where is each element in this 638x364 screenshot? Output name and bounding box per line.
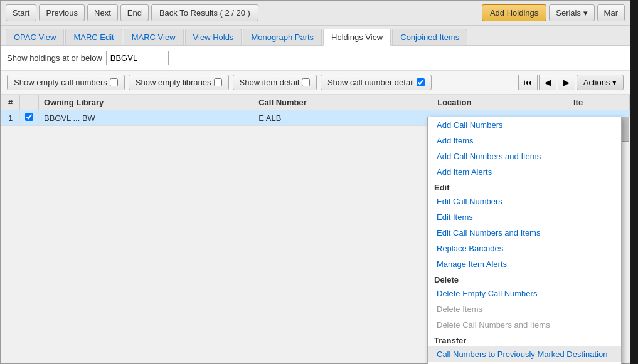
row-callnum-cell: E ALB: [253, 110, 432, 126]
menu-delete-empty-call-numbers[interactable]: Delete Empty Call Numbers: [428, 286, 621, 301]
tab-conjoined[interactable]: Conjoined Items: [392, 29, 467, 45]
previous-button[interactable]: Previous: [39, 4, 85, 21]
menu-section-delete: Delete: [428, 272, 621, 286]
menu-delete-items: Delete Items: [428, 301, 621, 317]
holdings-filter-input[interactable]: [106, 51, 169, 65]
show-item-detail-checkbox[interactable]: [302, 78, 310, 86]
menu-delete-call-numbers-items: Delete Call Numbers and Items: [428, 317, 621, 333]
row-library-cell: BBGVL ... BW: [39, 110, 253, 126]
next-button[interactable]: Next: [87, 4, 118, 21]
show-call-detail-checkbox[interactable]: [417, 78, 425, 86]
show-empty-lib-checkbox[interactable]: [214, 78, 222, 86]
col-owning-library: Owning Library: [39, 95, 253, 110]
row-num-cell: 1: [1, 110, 20, 126]
menu-add-items[interactable]: Add Items: [428, 133, 621, 148]
col-location: Location: [432, 95, 568, 110]
show-item-detail-btn[interactable]: Show item detail: [233, 75, 317, 90]
col-check: [20, 95, 39, 110]
holdings-filter-row: Show holdings at or below: [1, 46, 630, 71]
tab-marc-edit[interactable]: MARC Edit: [65, 29, 122, 45]
menu-edit-call-numbers-items[interactable]: Edit Call Numbers and Items: [428, 225, 621, 241]
tab-view-holds[interactable]: View Holds: [185, 29, 242, 45]
checkbox-row: Show empty call numbers Show empty libra…: [1, 71, 630, 95]
nav-next-button[interactable]: ▶: [558, 75, 575, 90]
tab-marc-view[interactable]: MARC View: [124, 29, 184, 45]
back-results-button[interactable]: Back To Results ( 2 / 20 ): [151, 4, 258, 21]
start-button[interactable]: Start: [6, 4, 36, 21]
menu-add-item-alerts[interactable]: Add Item Alerts: [428, 164, 621, 180]
actions-button[interactable]: Actions ▾: [577, 75, 624, 90]
tab-monograph[interactable]: Monograph Parts: [243, 29, 322, 45]
menu-section-transfer: Transfer: [428, 333, 621, 346]
menu-call-numbers-marked-dest[interactable]: Call Numbers to Previously Marked Destin…: [428, 346, 621, 362]
menu-add-call-numbers[interactable]: Add Call Numbers: [428, 117, 621, 133]
row-check-cell[interactable]: [20, 110, 39, 126]
scrollbar-thumb[interactable]: [620, 117, 629, 142]
show-empty-call-btn[interactable]: Show empty call numbers: [7, 75, 125, 90]
menu-edit-call-numbers[interactable]: Edit Call Numbers: [428, 194, 621, 209]
end-button[interactable]: End: [120, 4, 149, 21]
show-call-detail-btn[interactable]: Show call number detail: [321, 75, 432, 90]
serials-button[interactable]: Serials ▾: [549, 4, 594, 21]
menu-section-edit: Edit: [428, 180, 621, 194]
tab-opac[interactable]: OPAC View: [6, 29, 64, 45]
nav-first-button[interactable]: ⏮: [518, 75, 538, 90]
show-empty-lib-btn[interactable]: Show empty libraries: [129, 75, 229, 90]
table-nav-icons: ⏮ ◀ ▶ Actions ▾: [518, 75, 624, 90]
tab-holdings[interactable]: Holdings View: [323, 29, 391, 46]
top-toolbar: Start Previous Next End Back To Results …: [1, 1, 630, 26]
col-num: #: [1, 95, 20, 110]
menu-add-call-numbers-items[interactable]: Add Call Numbers and Items: [428, 148, 621, 164]
holdings-filter-label: Show holdings at or below: [7, 53, 102, 63]
menu-edit-items[interactable]: Edit Items: [428, 209, 621, 225]
col-call-number: Call Number: [253, 95, 432, 110]
menu-manage-item-alerts[interactable]: Manage Item Alerts: [428, 256, 621, 272]
marc-button[interactable]: Mar: [597, 4, 625, 21]
tabs-bar: OPAC View MARC Edit MARC View View Holds…: [1, 26, 630, 46]
add-holdings-button[interactable]: Add Holdings: [482, 4, 546, 21]
col-item: Ite: [568, 95, 630, 110]
show-empty-call-checkbox[interactable]: [110, 78, 118, 86]
nav-prev-button[interactable]: ◀: [539, 75, 556, 90]
menu-replace-barcodes[interactable]: Replace Barcodes: [428, 241, 621, 256]
actions-dropdown: Add Call Numbers Add Items Add Call Numb…: [427, 117, 622, 364]
